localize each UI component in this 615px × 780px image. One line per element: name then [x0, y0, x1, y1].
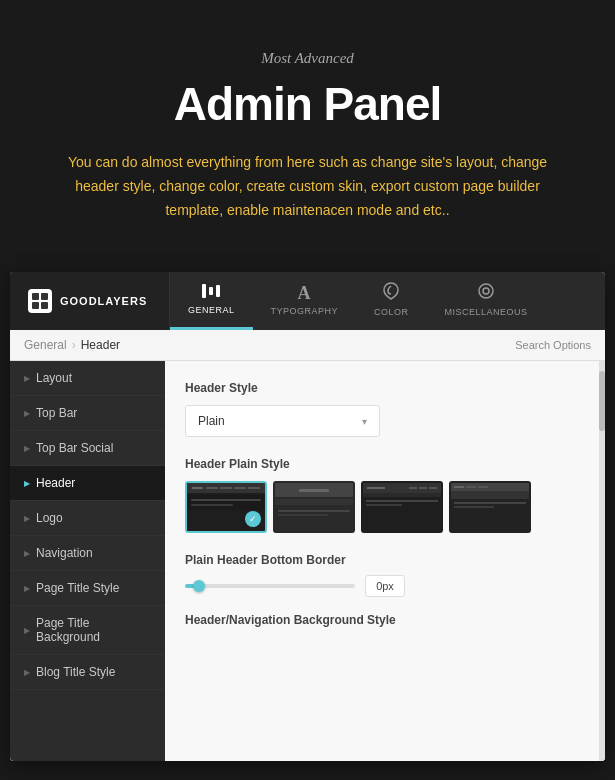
tab-miscellaneous[interactable]: MISCELLANEOUS: [427, 272, 546, 330]
typography-icon: A: [298, 284, 312, 302]
style-cards-container: ✓: [185, 481, 585, 533]
tab-miscellaneous-label: MISCELLANEOUS: [445, 307, 528, 317]
sidebar-arrow-layout: ▶: [24, 374, 30, 383]
sidebar-label-navigation: Navigation: [36, 546, 93, 560]
slider-section: Plain Header Bottom Border 0px: [185, 553, 585, 597]
sidebar-label-top-bar: Top Bar: [36, 406, 77, 420]
main-content: ▶ Layout ▶ Top Bar ▶ Top Bar Social ▶ He…: [10, 361, 605, 761]
hero-section: Most Advanced Admin Panel You can do alm…: [0, 0, 615, 262]
svg-rect-3: [41, 302, 48, 309]
sidebar-arrow-header: ▶: [24, 479, 30, 488]
breadcrumb-parent[interactable]: General: [24, 338, 67, 352]
breadcrumb: General › Header: [24, 338, 120, 352]
logo-icon: [28, 289, 52, 313]
sidebar-item-page-title-style[interactable]: ▶ Page Title Style: [10, 571, 165, 606]
sidebar-item-layout[interactable]: ▶ Layout: [10, 361, 165, 396]
style-card-3[interactable]: [361, 481, 443, 533]
sidebar-arrow-navigation: ▶: [24, 549, 30, 558]
breadcrumb-bar: General › Header Search Options: [10, 330, 605, 361]
search-options-link[interactable]: Search Options: [515, 339, 591, 351]
sidebar-arrow-page-title-style: ▶: [24, 584, 30, 593]
general-icon: [202, 284, 220, 301]
hero-description: You can do almost everything from here s…: [58, 151, 558, 222]
admin-tabs: GENERAL A TYPOGRAPHY COLOR: [170, 272, 605, 330]
scrollbar[interactable]: [599, 361, 605, 761]
sidebar-label-page-title-background: Page Title Background: [36, 616, 151, 644]
goodlayers-icon: [31, 292, 49, 310]
logo-text: GOODLAYERS: [60, 295, 147, 307]
hero-title: Admin Panel: [30, 77, 585, 131]
svg-rect-4: [202, 284, 206, 298]
sidebar-item-top-bar-social[interactable]: ▶ Top Bar Social: [10, 431, 165, 466]
slider-label: Plain Header Bottom Border: [185, 553, 585, 567]
style-card-4[interactable]: [449, 481, 531, 533]
style-card-2[interactable]: [273, 481, 355, 533]
sidebar-label-logo: Logo: [36, 511, 63, 525]
sidebar-item-page-title-background[interactable]: ▶ Page Title Background: [10, 606, 165, 655]
sidebar-label-top-bar-social: Top Bar Social: [36, 441, 113, 455]
svg-rect-6: [216, 285, 220, 297]
color-icon: [382, 282, 400, 303]
sidebar-label-blog-title-style: Blog Title Style: [36, 665, 115, 679]
tab-color-label: COLOR: [374, 307, 409, 317]
sidebar-label-header: Header: [36, 476, 75, 490]
sidebar-item-top-bar[interactable]: ▶ Top Bar: [10, 396, 165, 431]
tab-typography-label: TYPOGRAPHY: [271, 306, 339, 316]
svg-point-8: [483, 288, 489, 294]
sidebar-arrow-top-bar: ▶: [24, 409, 30, 418]
breadcrumb-current: Header: [81, 338, 120, 352]
slider-track[interactable]: [185, 584, 355, 588]
slider-value-display: 0px: [365, 575, 405, 597]
miscellaneous-icon: [477, 282, 495, 303]
scroll-thumb[interactable]: [599, 371, 605, 431]
svg-rect-2: [32, 302, 39, 309]
tab-typography[interactable]: A TYPOGRAPHY: [253, 272, 357, 330]
header-plain-style-label: Header Plain Style: [185, 457, 585, 471]
sidebar-arrow-blog-title-style: ▶: [24, 668, 30, 677]
hero-subtitle: Most Advanced: [30, 50, 585, 67]
nav-background-style-label: Header/Navigation Background Style: [185, 613, 585, 627]
svg-rect-0: [32, 293, 39, 300]
sidebar-item-header[interactable]: ▶ Header: [10, 466, 165, 501]
card-check-icon: ✓: [245, 511, 261, 527]
sidebar-arrow-top-bar-social: ▶: [24, 444, 30, 453]
style-card-1[interactable]: ✓: [185, 481, 267, 533]
content-panel: Header Style Plain ▾ Header Plain Style: [165, 361, 605, 761]
svg-rect-5: [209, 287, 213, 295]
header-style-dropdown[interactable]: Plain ▾: [185, 405, 380, 437]
tab-general[interactable]: GENERAL: [170, 272, 253, 330]
sidebar-arrow-page-title-background: ▶: [24, 626, 30, 635]
sidebar: ▶ Layout ▶ Top Bar ▶ Top Bar Social ▶ He…: [10, 361, 165, 761]
sidebar-label-layout: Layout: [36, 371, 72, 385]
admin-panel: GOODLAYERS GENERAL A TYPOGRAPHY: [10, 272, 605, 761]
tab-general-label: GENERAL: [188, 305, 235, 315]
header-style-label: Header Style: [185, 381, 585, 395]
sidebar-arrow-logo: ▶: [24, 514, 30, 523]
sidebar-item-blog-title-style[interactable]: ▶ Blog Title Style: [10, 655, 165, 690]
svg-rect-1: [41, 293, 48, 300]
slider-thumb[interactable]: [193, 580, 205, 592]
sidebar-label-page-title-style: Page Title Style: [36, 581, 119, 595]
logo-tab: GOODLAYERS: [10, 272, 170, 330]
admin-header-bar: GOODLAYERS GENERAL A TYPOGRAPHY: [10, 272, 605, 330]
dropdown-arrow-icon: ▾: [362, 416, 367, 427]
dropdown-value: Plain: [198, 414, 225, 428]
svg-point-7: [479, 284, 493, 298]
slider-row: 0px: [185, 575, 585, 597]
sidebar-item-navigation[interactable]: ▶ Navigation: [10, 536, 165, 571]
tab-color[interactable]: COLOR: [356, 272, 427, 330]
sidebar-item-logo[interactable]: ▶ Logo: [10, 501, 165, 536]
breadcrumb-separator: ›: [72, 338, 76, 352]
